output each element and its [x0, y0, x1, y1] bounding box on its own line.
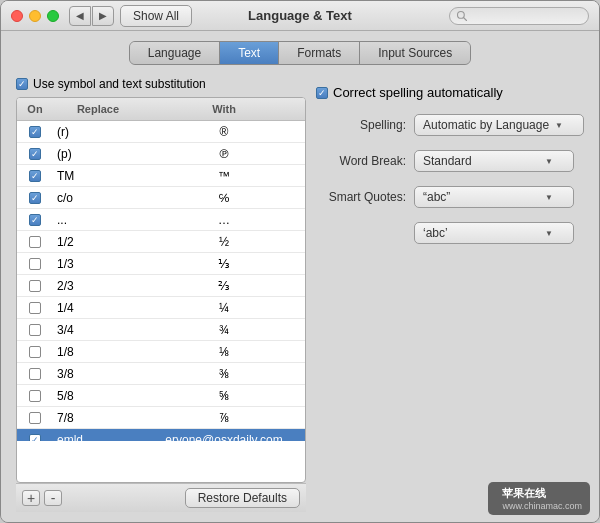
row-checkbox[interactable] [29, 368, 41, 380]
row-with: ™ [143, 167, 305, 185]
main-content: ✓ Use symbol and text substitution On Re… [16, 77, 584, 512]
row-replace: 1/3 [53, 255, 143, 273]
row-with: ℅ [143, 189, 305, 207]
use-substitution-checkbox[interactable]: ✓ [16, 78, 28, 90]
table-row[interactable]: 3/4¾ [17, 319, 305, 341]
row-checkbox[interactable]: ✓ [29, 214, 41, 226]
row-with: ⅔ [143, 277, 305, 295]
row-checkbox[interactable] [29, 346, 41, 358]
row-checkbox[interactable] [29, 324, 41, 336]
traffic-lights [11, 10, 59, 22]
table-row[interactable]: 1/3⅓ [17, 253, 305, 275]
search-icon [456, 10, 468, 22]
watermark-text: 苹果在线 www.chinamac.com [502, 486, 582, 511]
close-button[interactable] [11, 10, 23, 22]
restore-defaults-button[interactable]: Restore Defaults [185, 488, 300, 508]
table-row[interactable]: 1/2½ [17, 231, 305, 253]
row-checkbox[interactable] [29, 302, 41, 314]
spelling-row: Spelling: Automatic by Language ▼ [316, 114, 584, 136]
right-panel: ✓ Correct spelling automatically Spellin… [316, 77, 584, 512]
word-break-dropdown[interactable]: Standard ▼ [414, 150, 574, 172]
row-with: ℗ [143, 145, 305, 163]
tab-formats[interactable]: Formats [279, 42, 360, 64]
substitution-table: On Replace With ✓(r)®✓(p)℗✓TM™✓c/o℅✓...…… [16, 97, 306, 483]
minimize-button[interactable] [29, 10, 41, 22]
table-row[interactable]: ✓TM™ [17, 165, 305, 187]
row-replace: 3/8 [53, 365, 143, 383]
row-replace: TM [53, 167, 143, 185]
row-checkbox[interactable]: ✓ [29, 126, 41, 138]
row-with: ⅜ [143, 365, 305, 383]
row-checkbox[interactable] [29, 236, 41, 248]
row-with: ⅛ [143, 343, 305, 361]
correct-spelling-label: Correct spelling automatically [333, 85, 503, 100]
correct-spelling-row: ✓ Correct spelling automatically [316, 85, 584, 100]
row-replace: 5/8 [53, 387, 143, 405]
row-replace: 1/2 [53, 233, 143, 251]
table-row[interactable]: 3/8⅜ [17, 363, 305, 385]
content-area: Language Text Formats Input Sources ✓ Us… [1, 31, 599, 522]
word-break-value: Standard [423, 154, 472, 168]
col-on: On [17, 101, 53, 117]
row-checkbox[interactable]: ✓ [29, 434, 41, 442]
word-break-label: Word Break: [316, 154, 406, 168]
table-header: On Replace With [17, 98, 305, 121]
watermark-url: www.chinamac.com [502, 501, 582, 511]
smart-quotes-dropdown1[interactable]: “abc” ▼ [414, 186, 574, 208]
table-row[interactable]: ✓(p)℗ [17, 143, 305, 165]
row-checkbox[interactable] [29, 258, 41, 270]
tab-container: Language Text Formats Input Sources [129, 41, 471, 65]
row-replace: ... [53, 211, 143, 229]
row-checkbox[interactable]: ✓ [29, 148, 41, 160]
use-substitution-label: Use symbol and text substitution [33, 77, 206, 91]
smart-quotes-dropdown2-arrow: ▼ [545, 229, 553, 238]
watermark: 苹果在线 www.chinamac.com [488, 482, 590, 515]
tabs: Language Text Formats Input Sources [16, 41, 584, 65]
row-checkbox[interactable] [29, 280, 41, 292]
row-with: eryone@osxdaily.com [143, 431, 305, 442]
row-with: ⅝ [143, 387, 305, 405]
tab-input-sources[interactable]: Input Sources [360, 42, 470, 64]
table-body: ✓(r)®✓(p)℗✓TM™✓c/o℅✓...…1/2½1/3⅓2/3⅔1/4¼… [17, 121, 305, 441]
nav-arrows: ◀ ▶ [69, 6, 114, 26]
row-with: ½ [143, 233, 305, 251]
row-with: ⅓ [143, 255, 305, 273]
table-row[interactable]: ✓(r)® [17, 121, 305, 143]
table-row[interactable]: 5/8⅝ [17, 385, 305, 407]
smart-quotes-row1: Smart Quotes: “abc” ▼ [316, 186, 584, 208]
watermark-site: 苹果在线 [502, 486, 582, 501]
smart-quotes-value1: “abc” [423, 190, 450, 204]
row-checkbox[interactable] [29, 390, 41, 402]
word-break-dropdown-arrow: ▼ [545, 157, 553, 166]
table-row[interactable]: 2/3⅔ [17, 275, 305, 297]
maximize-button[interactable] [47, 10, 59, 22]
table-row[interactable]: 1/8⅛ [17, 341, 305, 363]
show-all-button[interactable]: Show All [120, 5, 192, 27]
table-row[interactable]: 1/4¼ [17, 297, 305, 319]
row-with: ® [143, 123, 305, 141]
tab-text[interactable]: Text [220, 42, 279, 64]
table-row[interactable]: ✓emlderyone@osxdaily.com [17, 429, 305, 441]
table-row[interactable]: ✓c/o℅ [17, 187, 305, 209]
table-row[interactable]: 7/8⅞ [17, 407, 305, 429]
forward-button[interactable]: ▶ [92, 6, 114, 26]
spelling-label: Spelling: [316, 118, 406, 132]
row-replace: 2/3 [53, 277, 143, 295]
correct-spelling-checkbox[interactable]: ✓ [316, 87, 328, 99]
smart-quotes-dropdown1-arrow: ▼ [545, 193, 553, 202]
remove-row-button[interactable]: - [44, 490, 62, 506]
main-window: ◀ ▶ Show All Language & Text Language Te… [0, 0, 600, 523]
search-input[interactable] [449, 7, 589, 25]
titlebar: ◀ ▶ Show All Language & Text [1, 1, 599, 31]
row-checkbox[interactable]: ✓ [29, 192, 41, 204]
tab-language[interactable]: Language [130, 42, 220, 64]
spelling-dropdown[interactable]: Automatic by Language ▼ [414, 114, 584, 136]
row-checkbox[interactable] [29, 412, 41, 424]
row-with: ¾ [143, 321, 305, 339]
table-row[interactable]: ✓...… [17, 209, 305, 231]
row-checkbox[interactable]: ✓ [29, 170, 41, 182]
smart-quotes-label: Smart Quotes: [316, 190, 406, 204]
add-row-button[interactable]: + [22, 490, 40, 506]
back-button[interactable]: ◀ [69, 6, 91, 26]
smart-quotes-dropdown2[interactable]: ‘abc’ ▼ [414, 222, 574, 244]
